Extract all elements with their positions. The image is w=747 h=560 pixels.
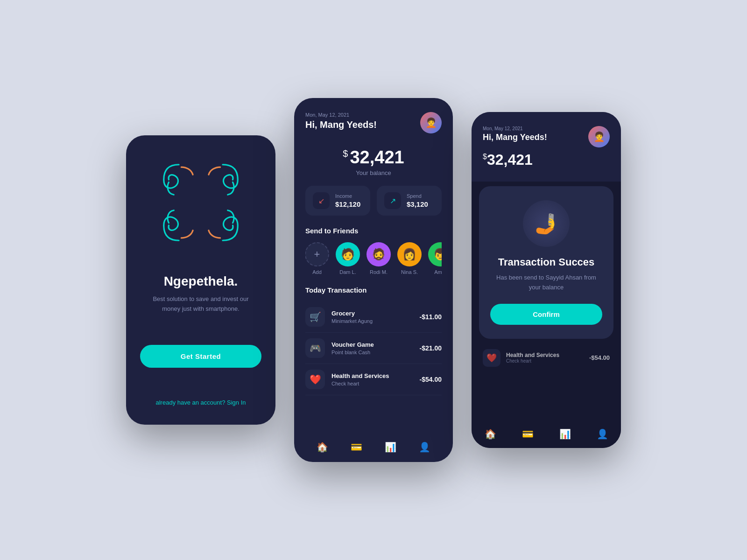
signin-prompt: already have an account? Sign In — [156, 399, 246, 406]
tx-sub-3: Check heart — [331, 381, 413, 386]
phone3-nav: 🏠 💳 📊 👤 — [472, 422, 621, 448]
nav-profile-icon[interactable]: 👤 — [419, 441, 430, 453]
phone3-currency: $ — [483, 153, 487, 161]
income-value: $12,120 — [335, 200, 360, 208]
friend-item-4[interactable]: 👦 Am... — [429, 242, 442, 275]
tx-item-2: 🎮 Voucher Game Point blank Cash -$21.00 — [305, 333, 442, 364]
success-description: Has been send to Sayyid Ahsan from your … — [490, 273, 602, 293]
phone2-header: Mon, May 12, 2021 Hi, Mang Yeeds! 🧑‍🦱 — [305, 112, 442, 133]
logo-cell-bl — [159, 204, 199, 246]
tx-amount-2: -$21.00 — [420, 344, 442, 352]
date-label: Mon, May 12, 2021 — [305, 112, 377, 118]
spend-value: $3,120 — [407, 200, 428, 208]
transactions-list: 🛒 Grocery Minimarket Agung -$11.00 🎮 Vou… — [305, 301, 442, 434]
friend-name-4: Am... — [434, 269, 442, 275]
friend-name-1: Dam L. — [339, 269, 356, 275]
p3-nav-chart[interactable]: 📊 — [559, 428, 571, 440]
nav-wallet-icon[interactable]: 💳 — [351, 441, 362, 453]
user-avatar: 🧑‍🦱 — [420, 112, 442, 133]
income-info: Income $12,120 — [335, 193, 360, 208]
bottom-nav: 🏠 💳 📊 👤 — [305, 434, 442, 462]
friend-avatar-4[interactable]: 👦 — [428, 242, 442, 266]
tx-amount-3: -$54.00 — [420, 376, 442, 383]
spend-info: Spend $3,120 — [407, 193, 428, 208]
tx-sub-1: Minimarket Agung — [331, 318, 413, 324]
phone3-header: Mon, May 12, 2021 Hi, Mang Yeeds! 🧑‍🦱 — [483, 126, 610, 147]
balance-section: $32,421 Your balance — [305, 147, 442, 176]
get-started-button[interactable]: Get Started — [140, 345, 261, 368]
tx-icon-3: ❤️ — [305, 370, 325, 389]
logo-cell-tl — [159, 159, 199, 201]
confirm-button[interactable]: Confirm — [490, 304, 602, 325]
friend-item-1[interactable]: 🧑 Dam L. — [336, 242, 359, 275]
phone3-tx-icon-1: ❤️ — [483, 349, 500, 367]
income-icon: ↙ — [313, 192, 330, 209]
phone3-tx-info-1: Health and Services Check heart — [506, 352, 584, 364]
logo-cell-br — [203, 204, 243, 246]
spend-label: Spend — [407, 193, 428, 199]
logo-grid — [159, 159, 243, 243]
phone-2: Mon, May 12, 2021 Hi, Mang Yeeds! 🧑‍🦱 $3… — [294, 98, 453, 462]
p3-nav-home[interactable]: 🏠 — [485, 428, 496, 440]
tx-icon-1: 🛒 — [305, 307, 325, 327]
app-subtitle: Best solution to save and invest our mon… — [149, 294, 252, 314]
today-tx-title: Today Transaction — [305, 286, 442, 294]
p3-nav-wallet[interactable]: 💳 — [522, 428, 534, 440]
tx-item-3: ❤️ Health and Services Check heart -$54.… — [305, 364, 442, 395]
send-friends-title: Send to Friends — [305, 227, 442, 235]
phone3-balance: $32,421 — [483, 151, 610, 168]
spend-icon: ↗ — [384, 192, 401, 209]
friend-item-2[interactable]: 🧔 Rodi M. — [367, 242, 390, 275]
tx-info-2: Voucher Game Point blank Cash — [331, 341, 413, 355]
success-title: Transaction Succes — [498, 256, 595, 268]
success-illustration: 🤳 — [523, 200, 570, 247]
friend-name-2: Rodi M. — [370, 269, 388, 275]
friend-name-3: Nina S. — [401, 269, 418, 275]
phone-3: Mon, May 12, 2021 Hi, Mang Yeeds! 🧑‍🦱 $3… — [472, 112, 621, 448]
tx-info-3: Health and Services Check heart — [331, 372, 413, 386]
tx-name-2: Voucher Game — [331, 341, 413, 348]
phone2-header-left: Mon, May 12, 2021 Hi, Mang Yeeds! — [305, 112, 377, 130]
phone3-tx-section: ❤️ Health and Services Check heart -$54.… — [472, 339, 621, 371]
p3-nav-profile[interactable]: 👤 — [597, 428, 608, 440]
stats-row: ↙ Income $12,120 ↗ Spend $3,120 — [305, 186, 442, 216]
tx-name-3: Health and Services — [331, 372, 413, 379]
tx-name-1: Grocery — [331, 310, 413, 317]
currency-symbol: $ — [343, 148, 348, 159]
income-label: Income — [335, 193, 360, 199]
nav-home-icon[interactable]: 🏠 — [317, 441, 328, 453]
tx-amount-1: -$11.00 — [420, 313, 442, 321]
income-card: ↙ Income $12,120 — [305, 186, 370, 216]
greeting-label: Hi, Mang Yeeds! — [305, 119, 377, 130]
phone-1: Ngepethela. Best solution to save and in… — [126, 135, 275, 425]
add-friend-button[interactable]: + — [305, 242, 329, 266]
friend-avatar-3[interactable]: 👩 — [397, 242, 422, 266]
balance-display: $32,421 — [305, 147, 442, 168]
phone3-date: Mon, May 12, 2021 — [483, 126, 547, 131]
friend-item-3[interactable]: 👩 Nina S. — [398, 242, 421, 275]
phone-1-text-block: Ngepethela. Best solution to save and in… — [149, 274, 252, 314]
friends-list: + Add 🧑 Dam L. 🧔 Rodi M. 👩 Nina S. 👦 Am.… — [305, 242, 442, 275]
phone3-tx-item-1: ❤️ Health and Services Check heart -$54.… — [483, 344, 610, 371]
tx-info-1: Grocery Minimarket Agung — [331, 310, 413, 324]
sign-in-link[interactable]: Sign In — [227, 399, 246, 406]
tx-icon-2: 🎮 — [305, 338, 325, 358]
phone3-greeting: Hi, Mang Yeeds! — [483, 133, 547, 142]
tx-item-1: 🛒 Grocery Minimarket Agung -$11.00 — [305, 301, 442, 333]
phone3-tx-amount-1: -$54.00 — [589, 354, 610, 361]
logo-cell-tr — [203, 159, 243, 201]
tx-sub-2: Point blank Cash — [331, 350, 413, 355]
app-title: Ngepethela. — [149, 274, 252, 289]
add-friend-label: Add — [312, 269, 322, 275]
nav-chart-icon[interactable]: 📊 — [385, 441, 396, 453]
friend-avatar-2[interactable]: 🧔 — [366, 242, 391, 266]
add-friend-item[interactable]: + Add — [305, 242, 329, 275]
phone3-tx-name-1: Health and Services — [506, 352, 584, 358]
balance-label: Your balance — [305, 169, 442, 176]
phone3-tx-sub-1: Check heart — [506, 358, 584, 364]
spend-card: ↗ Spend $3,120 — [377, 186, 442, 216]
phone3-header-left: Mon, May 12, 2021 Hi, Mang Yeeds! — [483, 126, 547, 142]
success-modal: 🤳 Transaction Succes Has been send to Sa… — [479, 186, 613, 339]
friend-avatar-1[interactable]: 🧑 — [336, 242, 360, 266]
phone3-top: Mon, May 12, 2021 Hi, Mang Yeeds! 🧑‍🦱 $3… — [472, 112, 621, 182]
